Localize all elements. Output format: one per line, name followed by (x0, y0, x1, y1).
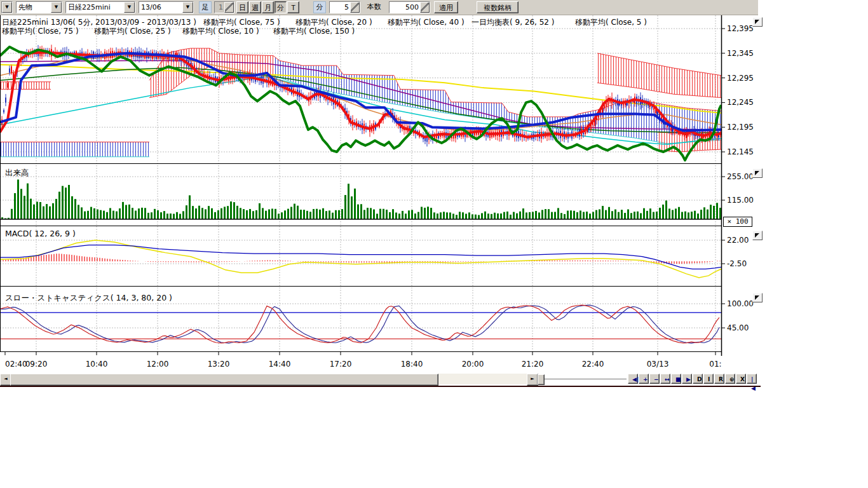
window-edge (0, 386, 761, 387)
zoom-in-button[interactable]: + (639, 374, 649, 384)
volume-bar (132, 208, 133, 219)
volume-bar (294, 204, 295, 219)
period-button-分[interactable]: 分 (275, 1, 287, 13)
collapse-stoch-panel-button[interactable] (752, 293, 763, 302)
indicator-button[interactable]: I (703, 374, 714, 384)
volume-bar (405, 214, 407, 219)
minute-interval-input[interactable]: 5 (329, 1, 360, 13)
volume-bar (643, 208, 645, 219)
volume-bar (662, 205, 664, 219)
volume-bar (487, 214, 489, 219)
y-axis-label: 12,145 (727, 147, 754, 156)
volume-bar (599, 209, 600, 219)
volume-bar (205, 209, 207, 219)
collapse-macd-panel-button[interactable] (752, 231, 763, 240)
volume-bar (586, 212, 588, 219)
collapse-volume-panel-button[interactable] (752, 168, 763, 178)
fit-width-button[interactable]: ↔ (660, 374, 670, 384)
chart-area[interactable]: 12,39512,34512,29512,24512,19512,145255.… (0, 15, 763, 389)
zoom-slider-groove (544, 379, 627, 380)
volume-bar (576, 212, 578, 219)
close-button[interactable]: X (736, 374, 746, 384)
candle-body (11, 66, 12, 73)
apply-button[interactable]: 適用 (434, 1, 458, 13)
volume-bar (112, 211, 114, 219)
volume-bar (329, 210, 330, 219)
volume-bar (268, 209, 270, 219)
zoom-out-button[interactable]: − (649, 374, 660, 384)
refresh-button[interactable]: R (714, 374, 724, 384)
scrollbar-right-arrow[interactable]: ► (527, 374, 538, 386)
volume-bar (147, 213, 149, 219)
volume-bar (220, 208, 222, 219)
volume-title: 出来高 (5, 168, 29, 177)
bar-count-value: 500 (390, 3, 420, 11)
x-axis-label: 18:40 (401, 360, 423, 369)
volume-bar (440, 212, 442, 219)
volume-bar (583, 212, 585, 219)
instrument-type-select[interactable]: 先物 ▼ (16, 1, 62, 13)
volume-bar (491, 214, 492, 219)
volume-bar (103, 211, 105, 219)
volume-bar (141, 208, 143, 219)
stop-button[interactable]: ■ (671, 374, 681, 384)
volume-bar (478, 215, 480, 219)
volume-bar (456, 215, 458, 219)
spinner-icon[interactable] (350, 2, 360, 13)
volume-bar (322, 208, 324, 219)
chart-canvas[interactable]: 12,39512,34512,29512,24512,19512,145255.… (0, 15, 763, 386)
volume-bar (325, 211, 327, 219)
collapse-price-panel-button[interactable] (752, 17, 763, 27)
volume-bar (624, 213, 626, 219)
volume-bar (332, 213, 334, 219)
volume-bar (189, 195, 191, 219)
spinner-icon[interactable] (420, 2, 430, 13)
macd-title: MACD( 12, 26, 9 ) (5, 229, 76, 238)
volume-bar (217, 210, 219, 219)
volume-bar (529, 212, 531, 219)
volume-bar (481, 213, 483, 219)
volume-bar (545, 209, 546, 219)
legend-item-row1: 一目均衡表( 9, 26, 52 ) (471, 18, 554, 27)
volume-bar (93, 208, 95, 219)
scrollbar-thumb[interactable] (10, 374, 438, 386)
skip-to-end-button[interactable]: |◀ (747, 374, 757, 384)
volume-bar (297, 206, 299, 219)
volume-bar (634, 212, 635, 219)
magnify-button[interactable]: ⊕ (725, 374, 735, 384)
volume-bar (27, 184, 29, 219)
volume-bar (300, 210, 302, 219)
bar-count-input[interactable]: 500 (389, 1, 430, 13)
volume-bar (71, 196, 73, 219)
multi-symbol-button[interactable]: 複数銘柄 (477, 1, 519, 13)
symbol-select[interactable]: 日経225mini ▼ (65, 1, 135, 13)
volume-bar (433, 212, 435, 219)
volume-bar (688, 212, 689, 219)
play-button[interactable]: ▶ (682, 374, 692, 384)
volume-bar (46, 204, 48, 219)
period-button-日[interactable]: 日 (236, 1, 248, 13)
volume-bar (653, 212, 654, 219)
volume-bar (602, 206, 604, 219)
volume-bar (348, 184, 349, 219)
volume-bar (357, 205, 359, 219)
y-axis-label: 115.00 (727, 196, 754, 205)
skip-to-start-button[interactable]: ◀| (628, 374, 638, 384)
period-button-T[interactable]: T (287, 1, 299, 13)
y-axis-label: -2.50 (727, 259, 747, 268)
volume-bar (659, 208, 661, 219)
mini-dropdown-button[interactable]: ▼ (1, 1, 13, 13)
period-button-月[interactable]: 月 (262, 1, 274, 13)
contract-month-select[interactable]: 13/06 ▼ (139, 1, 194, 13)
period-button-週[interactable]: 週 (249, 1, 261, 13)
chart-application-window: ▼ 先物 ▼ 日経225mini ▼ 13/06 ▼ 足 1 日週月分T 分 5… (0, 0, 868, 488)
volume-bar (373, 210, 375, 219)
volume-bar (284, 210, 286, 219)
volume-bar (392, 209, 394, 219)
volume-bar (259, 203, 261, 219)
symbol-value: 日経225mini (66, 3, 124, 12)
chevron-down-icon: ▼ (51, 2, 62, 13)
daily-mode-button[interactable]: D (693, 374, 703, 384)
volume-bar (716, 203, 718, 219)
zoom-slider-handle[interactable] (538, 374, 545, 385)
